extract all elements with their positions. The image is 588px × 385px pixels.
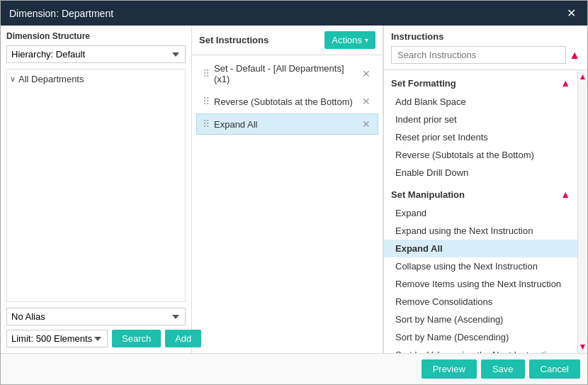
instruction-remove-2[interactable]: ✕ — [361, 118, 372, 130]
instruction-remove-0[interactable]: ✕ — [361, 68, 372, 79]
instr-indent-prior-set[interactable]: Indent prior set — [384, 111, 577, 128]
dialog-title: Dimension: Department — [9, 8, 113, 19]
preview-button[interactable]: Preview — [422, 359, 477, 379]
instr-remove-consolidations[interactable]: Remove Consolidations — [384, 293, 577, 311]
limit-row: Limit: 500 Elements Search Add — [6, 330, 186, 347]
left-panel: Dimension Structure Hierarchy: Default ∨… — [1, 26, 192, 353]
instr-sort-name-desc[interactable]: Sort by Name (Descending) — [384, 328, 577, 346]
instr-enable-drill-down[interactable]: Enable Drill Down — [384, 164, 577, 182]
right-header: Instructions ▲ — [384, 26, 587, 70]
instruction-remove-1[interactable]: ✕ — [361, 96, 372, 107]
main-content: Dimension Structure Hierarchy: Default ∨… — [1, 26, 587, 353]
instructions-list: Set Formatting ▲ Add Blank Space Indent … — [384, 70, 577, 353]
hierarchy-select[interactable]: Hierarchy: Default — [6, 45, 186, 63]
footer: Preview Save Cancel — [1, 353, 587, 384]
instr-add-blank-space[interactable]: Add Blank Space — [384, 93, 577, 111]
instr-reverse-subtotals[interactable]: Reverse (Subtotals at the Bottom) — [384, 146, 577, 164]
set-formatting-toggle[interactable]: ▲ — [560, 77, 570, 89]
instr-sort-value-next[interactable]: Sort by Value using the Next Instruction — [384, 346, 577, 353]
drag-handle-icon: ⠿ — [203, 96, 210, 107]
set-manipulation-items: Expand Expand using the Next Instruction… — [384, 204, 577, 353]
set-formatting-title: Set Formatting — [391, 78, 456, 89]
dialog: Dimension: Department ✕ Dimension Struct… — [0, 0, 588, 385]
set-manipulation-header[interactable]: Set Manipulation ▲ — [384, 184, 577, 204]
right-scrollbar: ▲ ▼ — [577, 70, 587, 353]
instruction-item-text-0: Set - Default - [All Departments] (x1) — [214, 63, 361, 84]
instr-sort-name-asc[interactable]: Sort by Name (Ascending) — [384, 311, 577, 328]
set-formatting-items: Add Blank Space Indent prior set Reset p… — [384, 93, 577, 182]
bottom-controls: No Alias Limit: 500 Elements Search Add — [6, 308, 186, 347]
save-button[interactable]: Save — [481, 359, 525, 379]
set-manipulation-group: Set Manipulation ▲ Expand Expand using t… — [384, 184, 577, 353]
actions-button[interactable]: Actions ▾ — [324, 31, 375, 49]
middle-header: Set Instructions Actions ▾ — [192, 26, 383, 55]
instruction-item-text-2: Expand All — [214, 119, 257, 130]
scroll-down-button[interactable]: ▼ — [579, 342, 587, 352]
actions-label: Actions — [332, 35, 362, 45]
set-instructions-label: Set Instructions — [199, 35, 268, 45]
tree-item-label: All Departments — [18, 74, 84, 84]
instr-reset-prior-set-indents[interactable]: Reset prior set Indents — [384, 128, 577, 146]
set-formatting-group: Set Formatting ▲ Add Blank Space Indent … — [384, 73, 577, 182]
tree-chevron-icon: ∨ — [10, 74, 16, 84]
close-button[interactable]: ✕ — [564, 6, 579, 20]
instr-expand-next[interactable]: Expand using the Next Instruction — [384, 222, 577, 240]
instr-expand-all[interactable]: Expand All — [384, 240, 577, 257]
set-formatting-header[interactable]: Set Formatting ▲ — [384, 73, 577, 93]
instruction-item-2[interactable]: ⠿ Expand All ✕ — [196, 113, 378, 135]
right-panel: Instructions ▲ Set Formatting ▲ Add — [383, 26, 587, 353]
drag-handle-icon: ⠿ — [203, 118, 210, 130]
middle-panel: Set Instructions Actions ▾ ⠿ Set - Defau… — [192, 26, 383, 353]
tree-area: ∨ All Departments — [6, 69, 186, 302]
title-bar: Dimension: Department ✕ — [1, 1, 587, 26]
search-clear-button[interactable]: ▲ — [569, 49, 580, 62]
search-row: ▲ — [391, 46, 580, 64]
instr-remove-items-next[interactable]: Remove Items using the Next Instruction — [384, 275, 577, 293]
instruction-item-1[interactable]: ⠿ Reverse (Subtotals at the Bottom) ✕ — [196, 91, 378, 112]
dimension-structure-label: Dimension Structure — [6, 31, 186, 41]
instructions-label: Instructions — [391, 31, 580, 42]
cancel-button[interactable]: Cancel — [529, 359, 580, 379]
instruction-list: ⠿ Set - Default - [All Departments] (x1)… — [192, 55, 383, 353]
instr-expand[interactable]: Expand — [384, 204, 577, 222]
scroll-up-button[interactable]: ▲ — [579, 72, 587, 82]
tree-item[interactable]: ∨ All Departments — [10, 72, 182, 86]
instruction-item-0[interactable]: ⠿ Set - Default - [All Departments] (x1)… — [196, 58, 378, 89]
search-instructions-input[interactable] — [391, 46, 566, 64]
alias-select[interactable]: No Alias — [6, 308, 186, 325]
set-manipulation-title: Set Manipulation — [391, 189, 465, 200]
instr-collapse-next[interactable]: Collapse using the Next Instruction — [384, 257, 577, 275]
search-button[interactable]: Search — [112, 330, 161, 347]
right-panel-inner: Set Formatting ▲ Add Blank Space Indent … — [384, 70, 587, 353]
actions-chevron-icon: ▾ — [365, 36, 368, 44]
instruction-item-text-1: Reverse (Subtotals at the Bottom) — [214, 96, 353, 107]
drag-handle-icon: ⠿ — [203, 68, 210, 79]
limit-select[interactable]: Limit: 500 Elements — [6, 330, 108, 347]
set-manipulation-toggle[interactable]: ▲ — [560, 189, 570, 200]
